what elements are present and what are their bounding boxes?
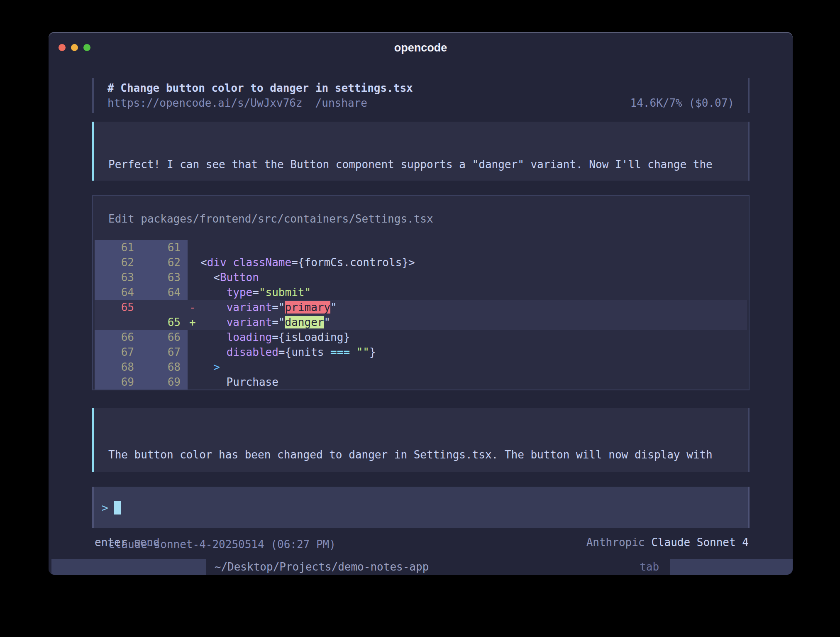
diff-old-lineno: 66	[95, 330, 141, 345]
unshare-command[interactable]: /unshare	[315, 96, 367, 110]
code-token: danger	[285, 316, 324, 328]
send-hint: enter send	[95, 535, 160, 550]
diff-row: 6666 loading={isLoading}	[95, 330, 747, 345]
diff-row: 6969 Purchase	[95, 375, 747, 390]
diff-row: 6363 <Button	[95, 270, 747, 285]
code-token	[200, 331, 227, 343]
diff-change-marker	[188, 375, 200, 390]
code-token	[350, 346, 357, 358]
diff-change-marker	[188, 285, 200, 300]
diff-new-lineno: 63	[141, 270, 188, 285]
code-token: variant	[227, 316, 272, 328]
assistant-message: Perfect! I can see that the Button compo…	[92, 122, 750, 181]
diff-code-line: type="submit"	[200, 285, 747, 300]
status-bar: opencodev0.3.11 ~/Desktop/Projects/demo-…	[49, 559, 793, 575]
diff-old-lineno: 62	[95, 255, 141, 270]
share-url-link[interactable]: https://opencode.ai/s/UwJxv76z	[107, 96, 303, 110]
token-cost-stats: 14.6K/7% ($0.07)	[630, 96, 734, 110]
diff-new-lineno: 61	[141, 240, 188, 255]
diff-code-line: <Button	[200, 270, 747, 285]
code-token: ={units	[278, 346, 330, 358]
code-token: ===	[330, 346, 350, 358]
diff-row: 6262<div className={formCs.controls}>	[95, 255, 747, 270]
model-name: Claude Sonnet 4	[651, 536, 749, 549]
diff-row: 65- variant="primary"	[95, 300, 747, 315]
diff-change-marker	[188, 345, 200, 360]
diff-row: 6464 type="submit"	[95, 285, 747, 300]
diff-new-lineno: 66	[141, 330, 188, 345]
message-text-line: The button color has been changed to dan…	[108, 447, 748, 462]
diff-code-line: disabled={units === ""}	[200, 345, 747, 360]
code-token: Purchase	[200, 376, 278, 388]
diff-view: 61616262<div className={formCs.controls}…	[95, 240, 747, 390]
code-token: variant	[227, 301, 272, 314]
code-token: loading	[227, 331, 272, 343]
code-token: <	[200, 271, 220, 284]
code-token: =	[252, 286, 259, 299]
code-token: "	[330, 301, 337, 314]
diff-change-marker: +	[188, 315, 200, 330]
code-token	[200, 301, 227, 314]
code-token: ={formCs.controls}>	[291, 256, 415, 269]
code-token: <	[200, 256, 207, 269]
diff-old-lineno: 69	[95, 375, 141, 390]
diff-new-lineno: 64	[141, 285, 188, 300]
diff-row: 6767 disabled={units === ""}	[95, 345, 747, 360]
code-token: type	[227, 286, 253, 299]
code-token: ="	[272, 301, 285, 314]
message-text-line: Perfect! I can see that the Button compo…	[108, 157, 748, 172]
send-action-hint: send	[134, 536, 160, 549]
diff-change-marker	[188, 255, 200, 270]
diff-code-line: <div className={formCs.controls}>	[200, 255, 747, 270]
diff-old-lineno	[95, 315, 141, 330]
diff-new-lineno: 68	[141, 360, 188, 375]
diff-change-marker	[188, 360, 200, 375]
diff-code-line: loading={isLoading}	[200, 330, 747, 345]
diff-old-lineno: 68	[95, 360, 141, 375]
code-token	[200, 316, 227, 328]
enter-key-hint: enter	[95, 536, 127, 549]
code-token: div	[207, 256, 227, 269]
diff-new-lineno: 67	[141, 345, 188, 360]
code-token: className	[233, 256, 291, 269]
titlebar: opencode	[49, 32, 793, 56]
app-window: opencode # Change button color to danger…	[49, 32, 793, 575]
working-directory: ~/Desktop/Projects/demo-notes-app	[215, 559, 429, 575]
statusbar-spacer	[429, 559, 640, 575]
diff-row: 6161	[95, 240, 747, 255]
prompt-input[interactable]: >	[92, 487, 750, 528]
tab-key-hint[interactable]: tab	[640, 559, 659, 575]
mode-chip[interactable]: BUILDMODE	[670, 559, 793, 575]
diff-new-lineno	[141, 300, 188, 315]
diff-change-marker	[188, 270, 200, 285]
session-title: # Change button color to danger in setti…	[107, 81, 734, 96]
diff-new-lineno: 62	[141, 255, 188, 270]
code-token	[200, 361, 213, 373]
model-indicator: Anthropic Claude Sonnet 4	[586, 535, 749, 550]
code-token: ="	[272, 316, 285, 328]
hint-row: enter send Anthropic Claude Sonnet 4	[95, 535, 749, 550]
code-token: ={isLoading}	[272, 331, 350, 343]
app-version-chip: opencodev0.3.11	[51, 559, 206, 575]
diff-code-line: variant="primary"	[200, 300, 747, 315]
code-token: >	[213, 361, 220, 373]
code-token: Button	[220, 271, 259, 284]
window-title: opencode	[49, 40, 793, 55]
prompt-chevron: >	[102, 502, 108, 514]
session-header: # Change button color to danger in setti…	[92, 78, 750, 113]
diff-old-lineno: 63	[95, 270, 141, 285]
code-token: "	[324, 316, 330, 328]
diff-change-marker: -	[188, 300, 200, 315]
edit-tool-title: Edit packages/frontend/src/containers/Se…	[108, 211, 749, 226]
code-token: }	[369, 346, 376, 358]
diff-new-lineno: 65	[141, 315, 188, 330]
diff-old-lineno: 67	[95, 345, 141, 360]
diff-old-lineno: 65	[95, 300, 141, 315]
diff-code-line: >	[200, 360, 747, 375]
diff-change-marker	[188, 330, 200, 345]
assistant-message: The button color has been changed to dan…	[92, 408, 750, 472]
diff-row: 6868 >	[95, 360, 747, 375]
text-cursor	[114, 501, 121, 514]
diff-code-line: variant="danger"	[200, 315, 747, 330]
diff-code-line: Purchase	[200, 375, 747, 390]
